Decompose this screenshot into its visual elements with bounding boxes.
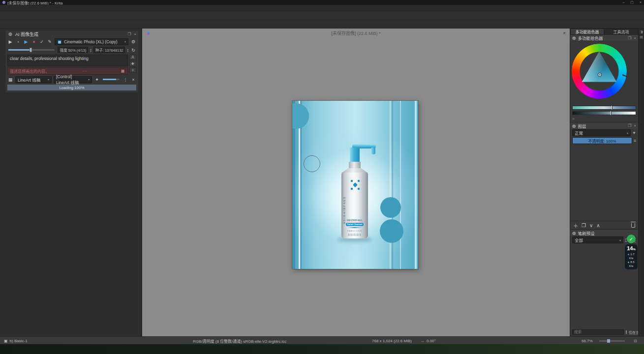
brush-docker-icon: ◍ — [572, 231, 576, 236]
refine-button[interactable]: ✎ — [47, 39, 53, 44]
menu-bar — [0, 5, 644, 11]
toolbox — [0, 20, 644, 29]
bottle-pump-spout — [371, 148, 375, 154]
control-layer-combo[interactable]: [Control] LineArt 线稿▾ — [54, 76, 92, 83]
canvas-image[interactable]: HSIRAIRFAES UDIZRIFAEL Facial Cleanser F… — [292, 101, 418, 269]
control-menu-icon[interactable]: ⋮ — [123, 77, 128, 82]
color-selector-docker: ◍ 多功能拾色器 ❐ × ○ — [570, 35, 638, 122]
docker-toggle-icon[interactable]: ◨ — [640, 30, 643, 34]
bottle-neck — [349, 162, 361, 169]
delete-layer-button[interactable] — [631, 223, 635, 228]
color-settings-icon[interactable]: ○ — [570, 117, 638, 122]
canvas-area[interactable]: [未保存图像] (22.6 MiB) * × HSIR — [142, 29, 570, 336]
upload-speed: 1.7 — [630, 252, 634, 256]
live-preview-button[interactable]: ▶ — [23, 39, 29, 44]
zoom-level: 66.7% — [582, 337, 593, 345]
control-strength-icon: ✦ — [94, 77, 100, 82]
float-docker-icon[interactable]: ❐ — [628, 123, 631, 128]
float-docker-icon[interactable]: ❐ — [127, 32, 131, 36]
ai-image-generation-docker: ◍ AI 图像生成 ❐ × ▶ ▾ ▶ ● ✓ ✎ ▦ Cinematic Ph… — [5, 30, 139, 93]
negative-prompt-placeholder: 描述您想画出的内容。 — [10, 68, 49, 74]
layer-list — [570, 145, 638, 221]
right-docker-area: 多功能拾色器 工具选项 ◍ 多功能拾色器 ❐ × — [570, 29, 644, 336]
add-layer-button[interactable]: ＋ — [573, 222, 578, 229]
upload-dot-icon — [628, 254, 629, 255]
security-shield-icon[interactable]: ✓ — [627, 235, 636, 243]
add-prompt-button[interactable]: ✚ — [129, 61, 136, 66]
translate-prompt-button[interactable]: Ａ — [129, 55, 136, 60]
layer-options-menu-icon[interactable]: ≡ — [634, 138, 636, 143]
minimize-icon[interactable]: – — [622, 0, 624, 4]
ai-settings-button[interactable]: ⚙ — [130, 39, 136, 44]
add-control-layer-button[interactable]: ＋ — [129, 67, 136, 73]
download-speed: 8.5 — [630, 260, 634, 264]
window-title: [未保存图像] (22.6 MiB) * - Krita — [7, 0, 62, 5]
layers-docker-title: 图层 — [578, 123, 586, 129]
bottle-body: HSIRAIRFAES UDIZRIFAEL Facial Cleanser F… — [341, 173, 368, 238]
document-titlebar[interactable]: [未保存图像] (22.6 MiB) * × — [142, 29, 570, 38]
close-icon[interactable]: × — [640, 0, 642, 4]
randomize-seed-icon[interactable]: ↻ — [130, 48, 136, 53]
float-docker-icon[interactable]: ❐ — [628, 36, 631, 40]
window-titlebar: [未保存图像] (22.6 MiB) * - Krita – ▢ × — [0, 0, 644, 5]
canvas-only-mode-icon[interactable]: ⊡ — [634, 337, 637, 345]
download-unit: K/s — [629, 264, 634, 268]
color-docker-icon: ◍ — [572, 35, 576, 40]
product-bottle: HSIRAIRFAES UDIZRIFAEL Facial Cleanser F… — [292, 101, 418, 269]
color-docker-title: 多功能拾色器 — [578, 35, 603, 41]
bottle-dots-logo — [349, 178, 361, 191]
layer-blend-mode-combo[interactable]: 正常▾ — [572, 129, 631, 136]
control-type-combo[interactable]: LineArt 线稿▾ — [15, 76, 52, 83]
strength-field[interactable]: 强度 50% (4/13) — [58, 47, 88, 53]
style-combo[interactable]: ▦ Cinematic Photo (XL) (Copy) ▾ — [55, 38, 128, 45]
monitor-percent: 14 — [627, 245, 633, 251]
control-strength-slider[interactable] — [103, 79, 120, 80]
generate-button[interactable]: ▶ — [7, 39, 13, 44]
record-button[interactable]: ● — [31, 39, 37, 44]
lightness-gradient-slider[interactable] — [572, 111, 636, 115]
close-docker-icon[interactable]: × — [634, 123, 636, 128]
system-monitor-widget[interactable]: ✓ 14% 1.7 K/s 8.5 K/s — [624, 235, 638, 269]
style-combo-value: Cinematic Photo (XL) (Copy) — [64, 39, 118, 44]
document-tab-title: [未保存图像] (22.6 MiB) * — [142, 30, 570, 36]
left-docker-area: ◍ AI 图像生成 ❐ × ▶ ▾ ▶ ● ✓ ✎ ▦ Cinematic Ph… — [0, 29, 142, 336]
zoom-slider[interactable] — [599, 340, 625, 342]
bottle-subtitle: Facial Cleanser — [346, 223, 364, 226]
maximize-icon[interactable]: ▢ — [630, 0, 634, 4]
docker-list-icon[interactable]: ▤ — [640, 35, 643, 39]
move-layer-down-button[interactable]: ∨ — [589, 223, 593, 228]
bottle-tagline: FABULOUS — [341, 230, 368, 232]
layer-filter-icon[interactable]: ▼ — [632, 131, 636, 135]
prompt-input[interactable]: clear details, professional shooting lig… — [7, 55, 128, 66]
seed-field[interactable]: 种子: 137648132 — [93, 47, 125, 53]
generate-menu-icon[interactable]: ▾ — [15, 40, 21, 43]
status-bar: ▣ b) Basic-1 RGB/透明度 (8 位整数/通道) sRGB-ell… — [0, 336, 644, 344]
tab-advanced-color-selector[interactable]: 多功能拾色器 — [570, 29, 604, 35]
docker-edge-strip: ◨ ▤ — [638, 29, 644, 336]
close-docker-icon[interactable]: × — [134, 32, 136, 36]
strength-slider[interactable] — [8, 49, 55, 51]
search-scope-checkbox[interactable] — [626, 330, 627, 334]
apply-button[interactable]: ✓ — [39, 39, 45, 44]
rotation-icon: ↔ — [421, 339, 425, 343]
seed-spin[interactable]: ▴▾ — [127, 48, 128, 52]
brush-tag-filter-combo[interactable]: 全部▾ — [572, 236, 623, 243]
current-brush-name: b) Basic-1 — [10, 339, 28, 343]
color-gradient-slider[interactable] — [572, 106, 636, 110]
prompt-splitter-handle[interactable]: ≈ ≈ — [51, 69, 118, 73]
bottle-fineprint — [348, 234, 361, 236]
ai-docker-icon: ◍ — [7, 31, 13, 36]
krita-window: [未保存图像] (22.6 MiB) * - Krita – ▢ × ◍ AI … — [0, 0, 644, 354]
negative-options-button[interactable]: ▦ — [120, 68, 125, 74]
duplicate-layer-button[interactable]: ❐ — [582, 223, 586, 228]
close-docker-icon[interactable]: × — [634, 36, 636, 40]
tab-tool-options[interactable]: 工具选项 — [604, 29, 638, 35]
color-selector-handle[interactable] — [598, 73, 601, 76]
image-dimensions: 768 x 1,024 (22.6 MiB) — [372, 337, 412, 345]
layer-opacity-slider[interactable]: 不透明度: 100% — [572, 137, 632, 144]
upload-unit: K/s — [629, 256, 634, 260]
remove-control-icon[interactable]: × — [130, 77, 136, 82]
strength-spin[interactable]: ▴▾ — [90, 48, 92, 52]
move-layer-up-button[interactable]: ∧ — [596, 223, 600, 228]
brush-search-input[interactable] — [572, 329, 624, 335]
